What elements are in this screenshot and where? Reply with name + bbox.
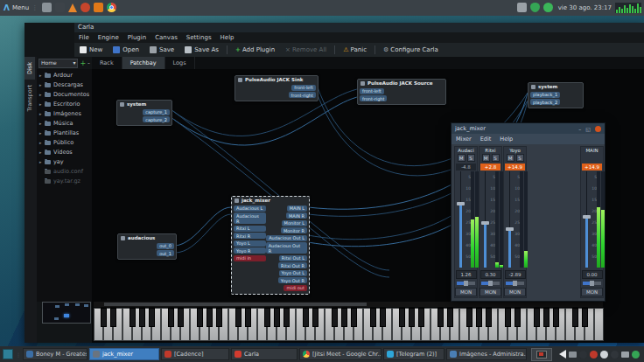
balance-slider[interactable] — [457, 282, 475, 285]
window-icon[interactable] — [42, 3, 52, 12]
show-desktop-button[interactable] — [3, 349, 13, 359]
piano-black-key[interactable] — [572, 308, 578, 327]
orange-downloader-icon[interactable] — [94, 3, 103, 12]
tree-folder-row[interactable]: ▸Escritorio — [39, 100, 92, 109]
port-capture_1[interactable]: capture_1 — [143, 109, 170, 115]
node-pulseaudio-jack-source[interactable]: PulseAudio JACK Sourcefront-leftfront-ri… — [357, 79, 446, 105]
add-button[interactable]: + — [80, 59, 86, 67]
sidebar-tab-transport[interactable]: Transport — [24, 80, 35, 117]
port-yoyo-l[interactable]: Yoyo L — [234, 240, 266, 247]
solo-button[interactable]: S — [516, 154, 524, 162]
tree-folder-row[interactable]: ▸Ardour — [39, 71, 92, 80]
mixer-menu-edit[interactable]: Edit — [480, 136, 492, 143]
piano-black-key[interactable] — [245, 308, 251, 327]
mute-button[interactable]: M — [482, 154, 490, 162]
shield-icon[interactable] — [530, 3, 540, 12]
tree-folder-row[interactable]: ▸Descargas — [39, 80, 92, 90]
configure-carla-button[interactable]: ⚙Configure Carla — [383, 46, 438, 53]
menu-item-file[interactable]: File — [74, 34, 94, 41]
monitor-button[interactable]: MON — [504, 288, 526, 296]
piano-black-key[interactable] — [505, 308, 511, 327]
piano-black-key[interactable] — [466, 308, 472, 327]
close-button[interactable] — [595, 126, 601, 132]
taskbar-item-files[interactable]: Imágenes - Administra... — [446, 348, 527, 360]
dark-app-icon[interactable] — [55, 3, 65, 12]
node-system[interactable]: systemcapture_1capture_2 — [116, 100, 172, 126]
tree-folder-row[interactable]: ▸Vídeos — [39, 148, 92, 157]
mixer-menu-help[interactable]: Help — [500, 136, 513, 143]
tree-file-row[interactable]: yay.tar.gz — [39, 177, 92, 186]
port-main-l[interactable]: MAIN L — [287, 205, 307, 212]
fader-handle[interactable] — [583, 215, 591, 219]
piano-black-key[interactable] — [168, 308, 174, 327]
port-ritxi-out-r[interactable]: Ritxi Out R — [278, 262, 307, 268]
taskbar-item-carla[interactable]: Carla — [231, 348, 298, 360]
canvas-minimap[interactable] — [42, 302, 91, 324]
taskbar-item-audacious[interactable]: Boney M - Greatest Hit... — [23, 348, 88, 360]
taskbar-item-chrome[interactable]: [Jitsi Meet - Google Chr... — [299, 348, 382, 360]
keyboard-scrollbar-handle[interactable] — [104, 303, 367, 306]
volume-readout[interactable]: 0.30 — [480, 270, 501, 279]
piano-black-key[interactable] — [341, 308, 347, 327]
balance-slider[interactable] — [506, 282, 524, 285]
jack-mixer-titlebar[interactable]: jack_mixer – ◱ — [452, 123, 605, 134]
port-front-left[interactable]: front-left — [360, 88, 384, 94]
distro-logo-icon[interactable]: Λ — [4, 3, 10, 12]
tree-file-row[interactable]: audio.conf — [39, 167, 92, 177]
tree-folder-row[interactable]: ▸Plantillas — [39, 129, 92, 138]
piano-black-key[interactable] — [351, 308, 357, 327]
fader-handle[interactable] — [457, 202, 465, 205]
port-front-right[interactable]: front-right — [360, 95, 387, 101]
volume-readout[interactable]: 0.00 — [582, 270, 603, 279]
red-circle-icon[interactable] — [80, 3, 90, 12]
green-status-icon[interactable] — [543, 3, 553, 12]
piano-white-key[interactable] — [594, 308, 604, 341]
solo-button[interactable]: S — [492, 154, 500, 162]
save-button[interactable]: Save — [150, 46, 174, 53]
mixer-menu-mixer[interactable]: Mixer — [456, 136, 472, 143]
piano-black-key[interactable] — [514, 308, 521, 327]
port-audacious-out-l[interactable]: Audacious Out L — [266, 235, 307, 241]
port-playback_1[interactable]: playback_1 — [530, 92, 560, 98]
volume-icon[interactable] — [559, 350, 566, 359]
piano-black-key[interactable] — [553, 308, 559, 327]
piano-black-key[interactable] — [486, 308, 492, 327]
connection-wire[interactable] — [175, 207, 231, 246]
panel-menu-button[interactable]: Menu — [12, 4, 29, 11]
piano-black-key[interactable] — [534, 308, 540, 327]
piano-black-key[interactable] — [399, 308, 405, 327]
piano-black-key[interactable] — [332, 308, 338, 327]
port-yoyo-r[interactable]: Yoyo R — [234, 247, 266, 254]
piano-black-key[interactable] — [447, 308, 453, 327]
tree-folder-row[interactable]: ▸Documentos — [39, 90, 92, 100]
dark-circle-icon[interactable] — [579, 351, 587, 359]
remove-button[interactable]: - — [88, 59, 90, 67]
piano-black-key[interactable] — [418, 308, 424, 327]
solo-button[interactable]: S — [467, 154, 475, 162]
piano-black-key[interactable] — [178, 308, 184, 327]
mute-button[interactable]: M — [507, 154, 514, 162]
mute-button[interactable]: M — [458, 154, 466, 162]
virtual-piano-keyboard[interactable] — [94, 308, 604, 341]
monitor-button[interactable]: MON — [455, 288, 477, 296]
piano-black-key[interactable] — [409, 308, 415, 327]
taskbar-item-mixer[interactable]: jack_mixer — [89, 348, 159, 360]
new-button[interactable]: New — [80, 46, 102, 53]
piano-black-key[interactable] — [149, 308, 155, 327]
piano-black-key[interactable] — [303, 308, 309, 327]
monitor-button[interactable]: MON — [581, 288, 603, 296]
gain-badge[interactable]: +2.8 — [480, 164, 500, 171]
port-audacious-l[interactable]: Audacious L — [234, 205, 266, 212]
add-plugin-button[interactable]: +Add Plugin — [235, 46, 275, 53]
screen-icon[interactable] — [569, 352, 577, 358]
red-app-icon[interactable] — [590, 351, 598, 359]
tab-patchbay[interactable]: Patchbay — [122, 57, 165, 69]
taskbar-item-cadence[interactable]: [Cadence] — [161, 348, 229, 360]
tree-folder-row[interactable]: ▸Público — [39, 138, 92, 148]
piano-black-key[interactable] — [380, 308, 386, 327]
piano-black-key[interactable] — [274, 308, 280, 327]
gain-badge[interactable]: +14.9 — [505, 164, 525, 171]
fader-handle[interactable] — [481, 221, 489, 225]
open-button[interactable]: Open — [113, 46, 139, 53]
port-ritxi-out-l[interactable]: Ritxi Out L — [279, 255, 307, 261]
